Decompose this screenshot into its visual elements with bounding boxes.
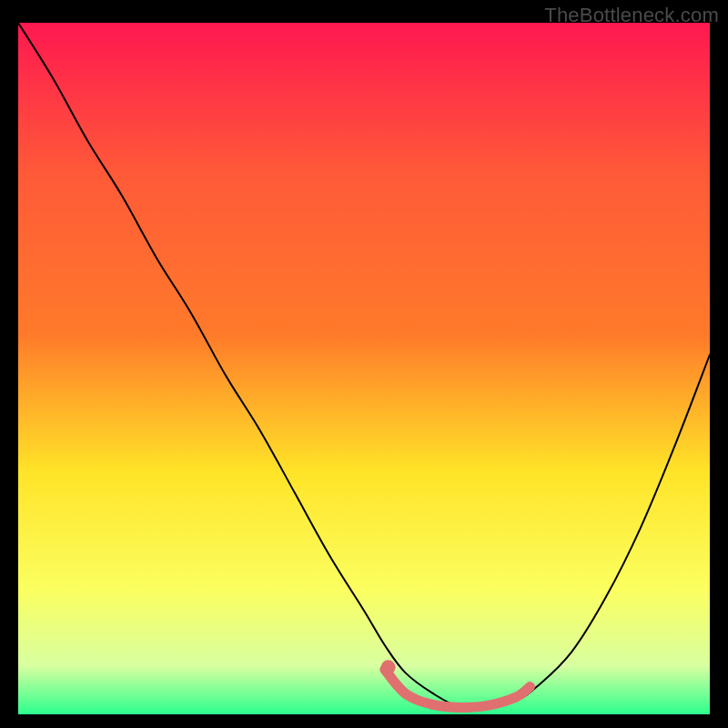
watermark-text: TheBottleneck.com <box>544 4 719 27</box>
plot-svg <box>18 23 710 714</box>
bottleneck-highlight-dot <box>381 660 396 674</box>
chart-frame: TheBottleneck.com <box>0 0 728 728</box>
plot-area <box>18 23 710 714</box>
